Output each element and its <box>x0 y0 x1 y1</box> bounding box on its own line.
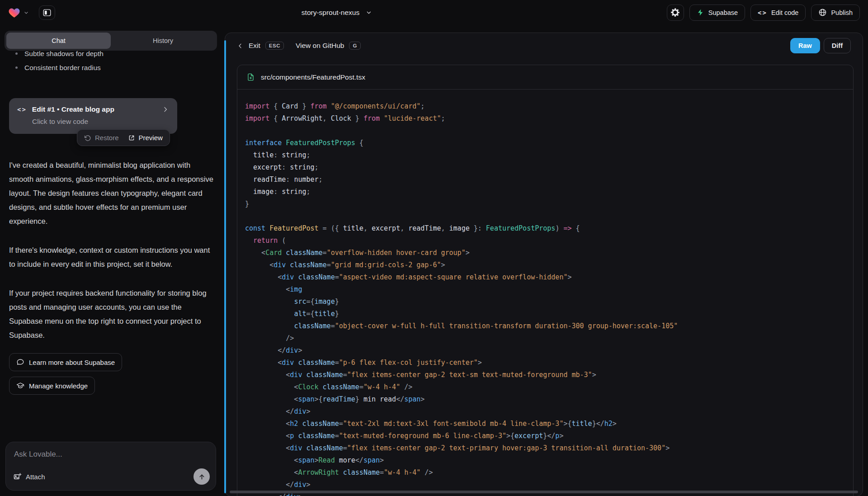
supabase-label: Supabase <box>708 9 738 16</box>
horizontal-scrollbar[interactable] <box>230 491 858 493</box>
code-line: <img <box>245 283 844 296</box>
chat-sidebar: Chat History Subtle shadows for depth Co… <box>0 25 222 496</box>
code-view-panel: Exit ESC View on GitHub G Raw Diff src/c… <box>225 33 863 496</box>
sidebar-toggle-button[interactable] <box>39 5 55 20</box>
code-line: <div className="flex items-center gap-2 … <box>245 442 844 454</box>
chat-scroll-area[interactable]: Subtle shadows for depth Consistent bord… <box>0 51 222 441</box>
file-path: src/components/FeaturedPost.tsx <box>261 73 365 81</box>
send-button[interactable] <box>193 468 210 485</box>
version-actions-popup: Restore Preview <box>77 129 170 146</box>
code-file-card: src/components/FeaturedPost.tsx import {… <box>237 65 854 496</box>
tab-chat[interactable]: Chat <box>6 33 111 49</box>
code-brackets-icon: <> <box>758 9 767 16</box>
code-content[interactable]: import { Card } from "@/components/ui/ca… <box>237 90 853 496</box>
code-line: <p className="text-muted-foreground mb-6… <box>245 430 844 442</box>
code-line: </div> <box>245 479 844 491</box>
sidebar-tabs: Chat History <box>5 31 217 51</box>
bullet-dot <box>15 66 18 69</box>
image-plus-icon <box>13 472 22 481</box>
edit-code-button[interactable]: <> Edit code <box>750 5 806 21</box>
code-line: import { ArrowRight, Clock } from "lucid… <box>245 113 844 125</box>
supabase-button[interactable]: Supabase <box>689 5 745 21</box>
raw-diff-toggle: Raw Diff <box>790 38 851 53</box>
code-line <box>245 125 844 137</box>
assistant-message-paragraph: If your project requires backend functio… <box>9 286 213 342</box>
code-line: </div> <box>245 406 844 418</box>
globe-icon <box>818 8 827 17</box>
list-item: Subtle shadows for depth <box>9 51 212 61</box>
chevron-down-icon <box>366 9 372 16</box>
code-line: alt={title} <box>245 308 844 320</box>
code-line: return ( <box>245 235 844 247</box>
learn-more-label: Learn more about Supabase <box>29 359 115 366</box>
manage-knowledge-button[interactable]: Manage knowledge <box>9 377 95 395</box>
edit-card-subtitle: Click to view code <box>32 118 169 126</box>
code-brackets-icon: <> <box>17 106 27 113</box>
code-line: <span>{readTime} min read</span> <box>245 393 844 406</box>
file-header[interactable]: src/components/FeaturedPost.tsx <box>237 65 853 90</box>
exit-label: Exit <box>249 42 260 50</box>
code-line: } <box>245 198 844 210</box>
code-line: <div className="grid md:grid-cols-2 gap-… <box>245 259 844 271</box>
publish-button[interactable]: Publish <box>811 5 860 21</box>
external-link-icon <box>128 134 135 142</box>
settings-button[interactable] <box>667 5 684 21</box>
assistant-message-paragraph: If there's knowledge, context or custom … <box>9 243 213 271</box>
diff-button[interactable]: Diff <box>824 38 851 53</box>
file-plus-icon <box>246 73 255 81</box>
code-line: <ArrowRight className="w-4 h-4" /> <box>245 467 844 479</box>
code-line <box>245 210 844 222</box>
lovable-logo-menu[interactable] <box>8 7 29 18</box>
code-line: <Card className="overflow-hidden hover-c… <box>245 247 844 259</box>
lovable-heart-icon <box>8 7 20 18</box>
chevron-right-icon <box>162 106 169 113</box>
prompt-input[interactable] <box>6 442 216 464</box>
preview-button[interactable]: Preview <box>128 134 163 142</box>
panel-left-icon <box>42 8 52 18</box>
prompt-composer: Attach <box>5 442 216 491</box>
restore-button[interactable]: Restore <box>84 134 119 142</box>
chevron-left-icon <box>237 43 244 49</box>
bullet-text: Consistent border radius <box>24 61 101 75</box>
supabase-bolt-icon <box>697 9 704 16</box>
app-header: story-sprout-nexus Supabase <> Edit code <box>0 0 868 25</box>
code-line: interface FeaturedPostProps { <box>245 137 844 149</box>
code-line: src={image} <box>245 296 844 308</box>
code-view-header: Exit ESC View on GitHub G Raw Diff <box>225 33 863 58</box>
chevron-down-icon <box>24 10 29 15</box>
code-line: <div className="aspect-video md:aspect-s… <box>245 271 844 283</box>
publish-label: Publish <box>831 9 853 16</box>
restore-label: Restore <box>95 134 119 142</box>
active-panel-accent <box>224 40 226 493</box>
feature-bullet-list: Subtle shadows for depth Consistent bord… <box>9 51 212 75</box>
list-item: Consistent border radius <box>9 61 212 75</box>
learn-more-supabase-button[interactable]: Learn more about Supabase <box>9 353 122 371</box>
arrow-up-icon <box>198 473 206 481</box>
graduation-cap-icon <box>16 382 24 390</box>
bullet-dot <box>15 52 18 55</box>
code-line: <h2 className="text-2xl md:text-3xl font… <box>245 418 844 430</box>
project-name: story-sprout-nexus <box>302 9 359 17</box>
raw-button[interactable]: Raw <box>790 38 820 53</box>
bullet-text: Subtle shadows for depth <box>24 51 104 61</box>
esc-kbd: ESC <box>265 42 284 50</box>
code-line: <Clock className="w-4 h-4" /> <box>245 381 844 393</box>
exit-button[interactable]: Exit ESC <box>237 42 284 50</box>
code-line: <div className="flex items-center gap-2 … <box>245 369 844 381</box>
edit-card-title: Edit #1 • Create blog app <box>32 105 156 113</box>
attach-label: Attach <box>26 473 45 481</box>
project-switcher[interactable]: story-sprout-nexus <box>302 0 372 25</box>
code-line: title: string; <box>245 149 844 161</box>
code-line: <div className="p-6 flex flex-col justif… <box>245 357 844 369</box>
code-line: <span>Read more</span> <box>245 454 844 467</box>
gear-icon <box>670 8 680 17</box>
tab-history[interactable]: History <box>111 33 215 49</box>
code-line: excerpt: string; <box>245 161 844 174</box>
rotate-ccw-icon <box>84 134 91 142</box>
attach-button[interactable]: Attach <box>13 472 45 481</box>
code-line: const FeaturedPost = ({ title, excerpt, … <box>245 222 844 235</box>
g-kbd: G <box>349 42 360 50</box>
preview-label: Preview <box>139 134 163 142</box>
view-on-github-button[interactable]: View on GitHub G <box>296 42 361 50</box>
edit-version-card[interactable]: <> Edit #1 • Create blog app Click to vi… <box>9 98 177 134</box>
